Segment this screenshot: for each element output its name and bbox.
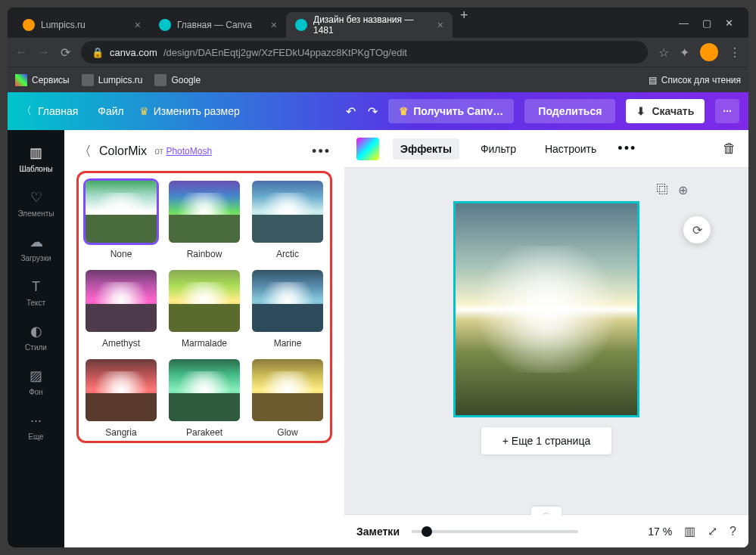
reading-list-button[interactable]: ▤Список для чтения	[649, 75, 741, 85]
add-page-icon[interactable]: ⊕	[678, 183, 688, 197]
close-icon[interactable]: ×	[135, 19, 141, 31]
toolbar-more-button[interactable]: •••	[618, 141, 636, 157]
fullscreen-icon[interactable]: ⤢	[708, 524, 717, 538]
zoom-slider[interactable]	[412, 530, 636, 533]
canvas-area: Эффекты Фильтр Настроить ••• 🗑 ⿻ ⊕ ⟳	[344, 130, 748, 547]
effect-amethyst[interactable]: Amethyst	[85, 270, 157, 349]
zoom-percent[interactable]: 17 %	[648, 526, 672, 538]
collapse-footer-button[interactable]: ︿	[531, 507, 562, 519]
star-icon[interactable]: ☆	[658, 45, 669, 60]
canvas-footer: Заметки 17 % ▥ ⤢ ?	[344, 514, 748, 547]
effect-thumbnail	[169, 359, 240, 421]
share-button[interactable]: Поделиться	[524, 99, 615, 123]
rail-label: Шаблоны	[19, 165, 52, 173]
download-button[interactable]: ⬇Скачать	[626, 99, 705, 123]
effect-label: Amethyst	[102, 338, 140, 349]
browser-tabs: Lumpics.ru × Главная — Canva × Дизайн бе…	[14, 8, 670, 38]
effect-arctic[interactable]: Arctic	[251, 181, 324, 259]
effect-thumbnail	[169, 181, 240, 243]
photomosh-link[interactable]: PhotoMosh	[166, 146, 212, 157]
effect-label: Marine	[274, 338, 302, 349]
profile-avatar[interactable]	[700, 43, 718, 61]
resize-button[interactable]: ♛Изменить размер	[139, 105, 240, 117]
browser-tab[interactable]: Главная — Canva ×	[150, 12, 286, 38]
back-icon[interactable]: ←	[15, 45, 27, 59]
filter-tab[interactable]: Фильтр	[473, 138, 524, 160]
rail-item-элементы[interactable]: ♡Элементы	[8, 181, 64, 225]
effects-highlight: None Rainbow Arctic Amethyst Marmalade M…	[76, 171, 332, 443]
file-menu[interactable]: Файл	[93, 99, 128, 123]
effect-sangria[interactable]: Sangria	[85, 359, 157, 438]
grid-view-icon[interactable]: ▥	[684, 524, 695, 538]
folder-icon	[82, 74, 94, 86]
rail-label: Стили	[25, 343, 47, 352]
reload-icon[interactable]: ⟳	[61, 45, 70, 60]
redo-icon[interactable]: ↷	[368, 104, 378, 119]
app-topbar: 〈Главная Файл ♛Изменить размер ↶ ↷ ♛Полу…	[8, 92, 748, 130]
favicon	[295, 19, 307, 31]
effect-thumbnail	[169, 270, 240, 332]
effect-thumbnail	[86, 270, 157, 332]
apps-icon	[15, 74, 27, 86]
bookmark-services[interactable]: Сервисы	[15, 74, 70, 86]
browser-tab[interactable]: Lumpics.ru ×	[14, 12, 150, 38]
effect-rainbow[interactable]: Rainbow	[168, 181, 241, 259]
bookmark-google[interactable]: Google	[154, 74, 201, 86]
effect-label: Sangria	[105, 427, 136, 438]
close-icon[interactable]: ×	[437, 19, 443, 31]
effects-tab[interactable]: Эффекты	[393, 138, 459, 160]
menu-icon[interactable]: ⋮	[729, 45, 741, 60]
panel-more-button[interactable]: •••	[312, 144, 331, 160]
rail-item-загрузки[interactable]: ☁Загрузки	[8, 225, 64, 270]
browser-tab-active[interactable]: Дизайн без названия — 1481 ×	[286, 12, 453, 38]
notes-button[interactable]: Заметки	[356, 526, 400, 538]
undo-icon[interactable]: ↶	[346, 104, 356, 119]
canvas-toolbar: Эффекты Фильтр Настроить ••• 🗑	[344, 130, 748, 168]
rail-label: Фон	[29, 388, 43, 396]
chevron-left-icon: 〈	[21, 104, 32, 118]
crown-icon: ♛	[139, 105, 149, 117]
effect-none[interactable]: None	[85, 181, 157, 259]
lock-icon: 🔒	[92, 47, 104, 58]
effect-thumbnail	[86, 359, 157, 421]
design-page[interactable]	[456, 203, 637, 415]
canvas-stage[interactable]: ⿻ ⊕ ⟳ + Еще 1 страница	[344, 168, 748, 514]
forward-icon[interactable]: →	[38, 45, 50, 59]
rail-item-еще[interactable]: ···Еще	[8, 404, 64, 448]
more-menu[interactable]: ···	[715, 99, 739, 123]
address-bar[interactable]: 🔒 canva.com/design/DAEnEqtj2gw/XzFEDkU4p…	[81, 41, 648, 64]
effect-parakeet[interactable]: Parakeet	[168, 359, 241, 438]
panel-back-button[interactable]: 〈	[78, 142, 92, 160]
effect-marmalade[interactable]: Marmalade	[168, 270, 241, 349]
rail-item-шаблоны[interactable]: ▥Шаблоны	[8, 136, 64, 181]
minimize-icon[interactable]: —	[679, 17, 689, 29]
window-controls: — ▢ ✕	[670, 17, 742, 29]
effect-glow[interactable]: Glow	[251, 359, 324, 438]
close-icon[interactable]: ×	[271, 19, 277, 31]
extensions-icon[interactable]: ✦	[680, 45, 689, 60]
rotate-button[interactable]: ⟳	[683, 216, 711, 243]
rail-item-фон[interactable]: ▨Фон	[8, 359, 64, 404]
adjust-tab[interactable]: Настроить	[537, 138, 604, 160]
rail-label: Текст	[26, 299, 45, 307]
side-rail: ▥Шаблоны♡Элементы☁ЗагрузкиTТекст◐Стили▨Ф…	[8, 130, 64, 547]
rail-item-текст[interactable]: TТекст	[8, 270, 64, 315]
help-icon[interactable]: ?	[730, 525, 736, 538]
add-page-button[interactable]: + Еще 1 страница	[481, 427, 611, 454]
rail-icon: ♡	[27, 188, 45, 206]
duplicate-page-icon[interactable]: ⿻	[657, 183, 669, 197]
download-icon: ⬇	[636, 105, 646, 117]
color-swatch[interactable]	[356, 138, 379, 160]
rail-label: Еще	[28, 433, 43, 441]
close-icon[interactable]: ✕	[725, 17, 733, 29]
rail-item-стили[interactable]: ◐Стили	[8, 315, 64, 359]
trash-icon[interactable]: 🗑	[723, 141, 736, 157]
get-canva-button[interactable]: ♛Получить Canv…	[388, 99, 514, 123]
new-tab-button[interactable]: +	[453, 8, 476, 38]
home-button[interactable]: 〈Главная	[17, 104, 82, 118]
rail-icon: ▨	[27, 367, 45, 385]
maximize-icon[interactable]: ▢	[702, 17, 711, 29]
bookmark-lumpics[interactable]: Lumpics.ru	[82, 74, 143, 86]
effect-marine[interactable]: Marine	[251, 270, 324, 349]
tab-title: Дизайн без названия — 1481	[313, 14, 431, 36]
